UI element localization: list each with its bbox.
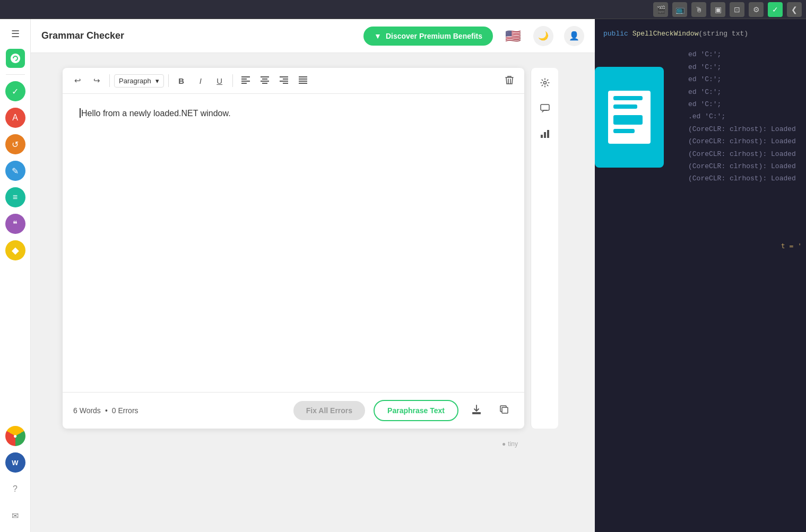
format-select[interactable]: Paragraph ▾ [114,74,164,88]
chrome-icon: ● [13,432,17,440]
redo-button[interactable]: ↪ [88,72,105,89]
align-justify-button[interactable] [294,72,311,89]
sidebar-item-summarize[interactable]: ≡ [5,187,25,207]
svg-rect-13 [299,79,307,80]
doc-icon-inner [608,91,651,144]
code-line-8: (CoreCLR: clrhost): Loaded 'C: [688,123,798,135]
plagiarism-icon: A [12,113,18,123]
code-section: public SpellCheckWindow(string txt) ed '… [595,19,806,532]
fix-all-button[interactable]: Fix All Errors [293,401,365,420]
text-cursor [80,108,81,118]
user-button[interactable]: 👤 [564,26,584,46]
citations-icon: ❝ [13,219,18,229]
right-settings-panel [531,68,558,429]
chart-icon [540,128,550,142]
paraphrase-button[interactable]: Paraphrase Text [374,400,458,421]
diamond-icon: ◆ [12,245,19,256]
toolbar-divider-1 [109,74,110,87]
ext-icon-2[interactable]: 📺 [672,2,687,17]
footer-dot: • [105,406,108,415]
ext-icon-collapse[interactable]: ❮ [787,2,802,17]
ext-icon-5[interactable]: ⊡ [730,2,744,17]
undo-button[interactable]: ↩ [69,72,86,89]
grammar-icon: ✓ [12,86,19,97]
copy-button[interactable] [495,401,514,420]
svg-rect-18 [541,104,549,110]
comment-panel-button[interactable] [535,100,554,119]
toolbar-divider-3 [232,74,233,87]
ext-icon-check[interactable]: ✓ [768,2,783,17]
svg-point-17 [543,81,546,84]
sidebar-item-word[interactable]: W [5,452,25,473]
error-count: 0 Errors [112,406,138,415]
dark-mode-button[interactable]: 🌙 [533,26,553,46]
flag-button[interactable]: 🇺🇸 [504,27,523,46]
editor-footer: 6 Words • 0 Errors Fix All Errors Paraph… [63,392,524,429]
svg-rect-1 [241,79,247,80]
editor-content[interactable]: Hello from a newly loaded.NET window. [63,94,524,392]
ai-writer-icon: ✎ [12,166,19,176]
ext-icon-4[interactable]: ▣ [710,2,725,17]
summarize-icon: ≡ [13,193,18,202]
settings-icon [540,77,550,91]
topbar: Grammar Checker ▼ Discover Premium Benef… [31,19,595,53]
tiny-text: tiny [508,440,518,448]
sidebar-item-mail[interactable]: ✉ [5,505,25,526]
italic-button[interactable]: I [192,72,209,89]
code-line-11: (CoreCLR: clrhost): Loaded 'C: [688,160,798,172]
chart-panel-button[interactable] [535,125,554,144]
svg-rect-7 [262,83,267,84]
align-center-button[interactable] [256,72,273,89]
ext-icon-6[interactable]: ⚙ [749,2,764,17]
premium-icon: ▼ [374,32,382,40]
code-line-10: (CoreCLR: clrhost): Loaded 'C: [688,148,798,160]
sidebar-item-help[interactable]: ? [5,479,25,499]
sidebar-item-ai-writer[interactable]: ✎ [5,161,25,181]
code-line-2: ed 'C:'; [688,48,798,60]
word-icon: W [12,459,18,467]
svg-rect-14 [299,81,307,82]
svg-rect-20 [544,132,546,138]
ext-icon-1[interactable]: 🎬 [653,2,668,17]
settings-panel-button[interactable] [535,74,554,93]
logo-icon[interactable] [6,49,25,68]
hamburger-button[interactable]: ☰ [7,25,24,42]
paraphrase-icon: ↺ [12,139,19,150]
page-title: Grammar Checker [41,30,124,41]
code-line-9: (CoreCLR: clrhost): Loaded 'C: [688,135,798,147]
chevron-down-icon: ▾ [155,77,159,85]
premium-button[interactable]: ▼ Discover Premium Benefits [363,27,493,46]
delete-button[interactable] [501,72,518,89]
download-icon [472,404,481,417]
code-line-3: ed 'C:'; [688,61,798,73]
moon-icon: 🌙 [538,31,549,41]
svg-rect-0 [241,76,250,77]
download-button[interactable] [467,401,486,420]
doc-line-3 [613,129,635,133]
redo-icon: ↪ [93,76,100,85]
sidebar-item-grammar[interactable]: ✓ [5,81,25,101]
editor-panel: ↩ ↪ Paragraph ▾ B I [63,68,524,429]
sidebar-divider-1 [6,74,25,75]
mail-icon: ✉ [12,511,19,521]
svg-rect-2 [241,81,250,82]
svg-rect-10 [280,81,288,82]
sidebar-item-citations[interactable]: ❝ [5,214,25,234]
sidebar-item-premium[interactable]: ◆ [5,240,25,260]
variable-display: t = ' [781,242,802,250]
sidebar-item-paraphrase[interactable]: ↺ [5,134,25,154]
align-left-button[interactable] [237,72,254,89]
bold-button[interactable]: B [173,72,190,89]
align-center-icon [261,76,269,85]
sidebar-item-chrome[interactable]: ● [5,426,25,446]
doc-overlay [595,67,664,168]
sidebar-item-plagiarism[interactable]: A [5,108,25,128]
ext-icon-3[interactable]: 🖱 [691,2,706,17]
underline-button[interactable]: U [211,72,228,89]
svg-rect-21 [547,130,549,138]
align-right-button[interactable] [275,72,292,89]
undo-icon: ↩ [74,76,81,85]
doc-line-1 [613,96,643,100]
toolbar-divider-2 [168,74,169,87]
tiny-brand: ● tiny [502,440,518,448]
